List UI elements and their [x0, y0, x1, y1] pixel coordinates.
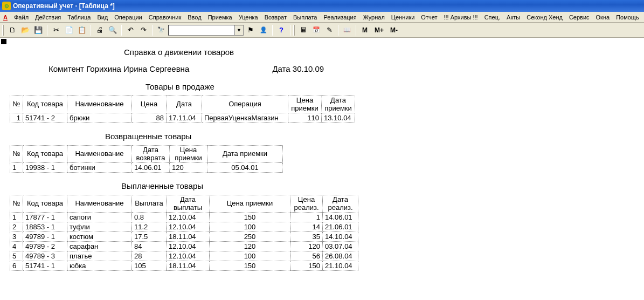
app-icon: ⚙ [2, 2, 11, 10]
col-rdate: Дата реализ. [323, 195, 358, 213]
col-pprice: Цена приемки [288, 96, 322, 113]
menu-return[interactable]: Возврат [261, 13, 290, 22]
col-pay: Выплата [132, 195, 167, 213]
sale-table: № Код товара Наименование Цена Дата Опер… [10, 96, 355, 123]
komitent-label: Комитент [49, 64, 84, 73]
menu-payment[interactable]: Выплата [290, 13, 321, 22]
edit-button[interactable] [323, 24, 335, 36]
save-button[interactable] [32, 24, 44, 36]
new-button[interactable] [6, 24, 18, 36]
table-row: 6 51741 - 1 юбка 105 18.11.04 150 150 21… [10, 261, 358, 271]
menu-windows[interactable]: Окна [593, 13, 613, 22]
calendar-button[interactable] [310, 24, 322, 36]
flag-button[interactable] [245, 24, 257, 36]
separator-icon [152, 25, 153, 36]
memory-m-button[interactable]: M [359, 24, 371, 36]
menu-view[interactable]: Вид [94, 13, 111, 22]
menu-archives[interactable]: !!! Архивы !!! [440, 13, 481, 22]
memory-mminus-button[interactable]: M- [387, 24, 400, 36]
col-num: № [10, 96, 23, 113]
window-titlebar: ⚙ Оперативный учет - [Таблица *] [0, 0, 644, 12]
komitent-name: Горихина Ирина Сергеевна [86, 64, 189, 73]
dropdown-icon[interactable]: ▼ [234, 25, 243, 35]
find-button[interactable] [155, 24, 167, 36]
col-date: Дата [167, 96, 202, 113]
menu-input[interactable]: Ввод [184, 13, 204, 22]
col-name: Наименование [67, 146, 132, 163]
toolbar-grip-icon [2, 25, 4, 36]
undo-button[interactable] [124, 24, 136, 36]
col-code: Код товара [23, 146, 67, 163]
document-area: Справка о движении товаров Комитент Гори… [0, 38, 644, 282]
menu-table[interactable]: Таблица [64, 13, 94, 22]
separator-icon [290, 25, 290, 36]
separator-icon [91, 25, 91, 36]
col-rprice: Цена реализ. [290, 195, 323, 213]
col-num: № [10, 195, 23, 213]
menu-journal[interactable]: Журнал [360, 13, 388, 22]
date-label: Дата [272, 64, 290, 73]
menu-report[interactable]: Отчет [418, 13, 440, 22]
menu-reference[interactable]: Справочник [146, 13, 185, 22]
table-row: 1 51741 - 2 брюки 88 17.11.04 ПерваяУцен… [10, 113, 355, 123]
report-title: Справка о движении товаров [0, 47, 644, 57]
col-name: Наименование [67, 195, 132, 213]
table-row: 1 19938 - 1 ботинки 14.06.01 120 05.04.0… [10, 163, 283, 173]
table-row: 4 49789 - 2 сарафан 84 12.10.04 120 120 … [10, 242, 358, 251]
menu-operations[interactable]: Операции [111, 13, 145, 22]
selection-handle-icon[interactable] [1, 39, 6, 44]
menu-sale[interactable]: Реализация [320, 13, 359, 22]
col-pdate: Дата приемки [322, 96, 355, 113]
section-sale-title: Товары в продаже [0, 82, 644, 91]
paid-table: № Код товара Наименование Выплата Дата в… [10, 195, 358, 271]
report-info-line: Комитент Горихина Ирина Сергеевна Дата 3… [0, 64, 644, 73]
separator-icon [121, 25, 122, 36]
toolbar-grip-icon [293, 25, 295, 36]
col-op: Операция [202, 96, 288, 113]
paste-button[interactable] [76, 24, 88, 36]
separator-icon [338, 25, 338, 36]
menu-spec[interactable]: Спец. [481, 13, 503, 22]
doc-icon: A [1, 13, 10, 22]
open-button[interactable] [19, 24, 31, 36]
menu-secondhand[interactable]: Секонд Хенд [523, 13, 566, 22]
separator-icon [356, 25, 356, 36]
calc-button[interactable] [297, 24, 309, 36]
table-row: 1 17877 - 1 сапоги 0.8 12.10.04 150 1 14… [10, 213, 358, 222]
col-pdate: Дата приемки [207, 146, 283, 163]
menubar: A Файл Действия Таблица Вид Операции Спр… [0, 12, 644, 23]
user-button[interactable] [258, 24, 269, 36]
menu-acceptance[interactable]: Приемка [205, 13, 236, 22]
menu-acts[interactable]: Акты [503, 13, 523, 22]
returned-table: № Код товара Наименование Дата возврата … [10, 145, 283, 173]
redo-button[interactable] [137, 24, 149, 36]
section-returned-title: Возвращенные товары [0, 132, 644, 141]
preview-button[interactable] [107, 24, 119, 36]
separator-icon [47, 25, 47, 36]
menu-actions[interactable]: Действия [32, 13, 64, 22]
col-pdate: Дата выплаты [167, 195, 210, 213]
menu-service[interactable]: Сервис [566, 13, 593, 22]
col-code: Код товара [23, 96, 67, 113]
col-num: № [10, 146, 23, 163]
col-rdate: Дата возврата [132, 146, 170, 163]
menu-markdown[interactable]: Уценка [236, 13, 261, 22]
date-value: 30.10.09 [293, 64, 324, 73]
menu-file[interactable]: Файл [11, 13, 32, 22]
menu-pricetags[interactable]: Ценники [388, 13, 418, 22]
col-pprice: Цена приемки [210, 195, 290, 213]
table-row: 5 49789 - 3 платье 28 12.10.04 100 56 26… [10, 251, 358, 261]
memory-mplus-button[interactable]: M+ [372, 24, 386, 36]
help-button[interactable] [275, 24, 287, 36]
col-name: Наименование [67, 96, 132, 113]
print-button[interactable] [94, 24, 106, 36]
book-button[interactable] [341, 24, 353, 36]
col-code: Код товара [23, 195, 67, 213]
copy-button[interactable] [63, 24, 75, 36]
cut-button[interactable] [50, 24, 62, 36]
table-header: № Код товара Наименование Дата возврата … [10, 146, 283, 163]
section-paid-title: Выплаченные товары [0, 181, 644, 190]
table-row: 3 49789 - 1 костюм 17.5 18.11.04 250 35 … [10, 232, 358, 242]
search-combo[interactable]: ▼ [168, 25, 244, 36]
menu-help[interactable]: Помощь [613, 13, 642, 22]
